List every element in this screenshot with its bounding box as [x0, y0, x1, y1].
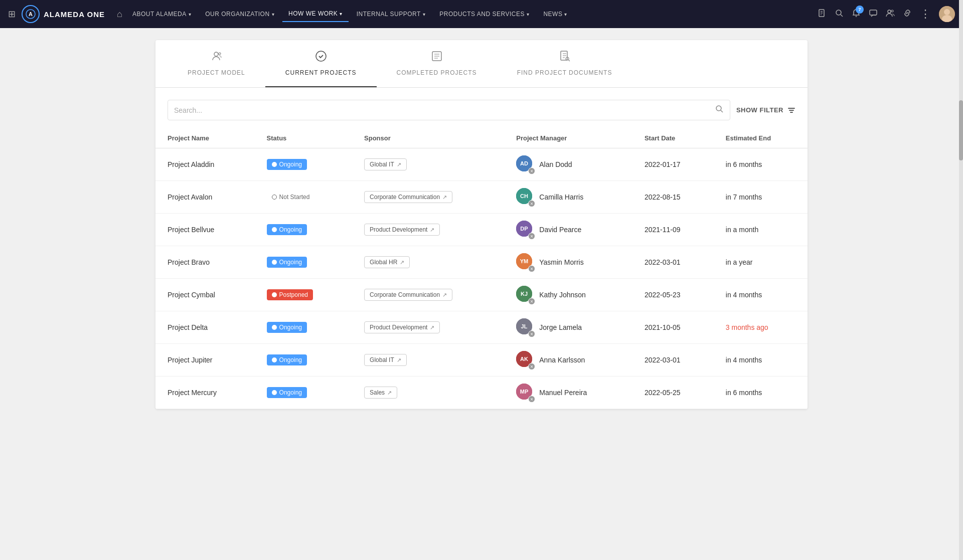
- status-cell: Postponed: [255, 279, 352, 311]
- table-row[interactable]: Project MercuryOngoingSales ↗MP×Manuel P…: [155, 377, 808, 409]
- status-dot-icon: [272, 260, 277, 265]
- sponsor-cell: Corporate Communication ↗: [352, 279, 504, 311]
- sponsor-chip[interactable]: Corporate Communication ↗: [364, 191, 452, 203]
- chevron-down-icon: ▾: [423, 12, 426, 17]
- remove-avatar-button[interactable]: ×: [528, 330, 535, 337]
- notification-icon[interactable]: 7: [852, 9, 861, 20]
- scrollbar-thumb[interactable]: [959, 100, 963, 160]
- remove-avatar-button[interactable]: ×: [528, 396, 535, 403]
- remove-avatar-button[interactable]: ×: [528, 233, 535, 240]
- svg-text:KJ: KJ: [521, 291, 528, 297]
- remove-avatar-button[interactable]: ×: [528, 200, 535, 207]
- project-name-cell: Project Bravo: [155, 246, 255, 279]
- search-input[interactable]: [174, 106, 715, 114]
- svg-text:A: A: [29, 11, 33, 17]
- tab-current-projects-label: CURRENT PROJECTS: [285, 69, 357, 76]
- remove-avatar-button[interactable]: ×: [528, 167, 535, 174]
- table-row[interactable]: Project JupiterOngoingGlobal IT ↗AK×Anna…: [155, 344, 808, 377]
- table-row[interactable]: Project CymbalPostponedCorporate Communi…: [155, 279, 808, 311]
- remove-avatar-button[interactable]: ×: [528, 265, 535, 272]
- manager-cell: JL×Jorge Lamela: [504, 311, 632, 344]
- svg-line-7: [841, 15, 843, 17]
- svg-text:AD: AD: [520, 160, 528, 166]
- link-icon[interactable]: [903, 9, 912, 20]
- table-row[interactable]: Project DeltaOngoingProduct Development …: [155, 311, 808, 344]
- tab-completed-projects[interactable]: COMPLETED PROJECTS: [377, 40, 497, 87]
- manager-cell: KJ×Kathy Johnson: [504, 279, 632, 311]
- tab-find-documents-label: FIND PROJECT DOCUMENTS: [517, 69, 612, 76]
- search-button[interactable]: [715, 104, 724, 116]
- scrollbar-track[interactable]: [959, 0, 963, 421]
- start-date-cell: 2022-05-25: [632, 377, 714, 409]
- status-dot-icon: [272, 357, 277, 362]
- manager-name: Jorge Lamela: [539, 323, 582, 331]
- nav-how-we-work[interactable]: HOW WE WORK ▾: [282, 6, 349, 22]
- external-link-icon: ↗: [400, 259, 404, 266]
- home-icon[interactable]: ⌂: [117, 9, 122, 20]
- estimated-end-cell: in 4 months: [714, 279, 808, 311]
- manager-cell: MP×Manuel Pereira: [504, 377, 632, 409]
- tab-find-project-documents[interactable]: FIND PROJECT DOCUMENTS: [497, 40, 632, 87]
- estimated-end-cell: in 6 months: [714, 148, 808, 181]
- table-row[interactable]: Project AladdinOngoingGlobal IT ↗AD×Alan…: [155, 148, 808, 181]
- svg-text:MP: MP: [520, 389, 529, 395]
- apps-grid-icon[interactable]: ⊞: [8, 9, 16, 20]
- nav-news[interactable]: NEWS ▾: [537, 7, 573, 22]
- remove-avatar-button[interactable]: ×: [528, 298, 535, 305]
- chevron-down-icon: ▾: [527, 12, 530, 17]
- document-icon[interactable]: [818, 9, 827, 20]
- status-badge: Not Started: [267, 192, 315, 203]
- status-cell: Not Started: [255, 181, 352, 214]
- svg-text:AK: AK: [520, 356, 528, 362]
- external-link-icon: ↗: [397, 357, 401, 363]
- nav-internal-support[interactable]: INTERNAL SUPPORT ▾: [351, 7, 432, 22]
- more-options-icon[interactable]: ⋮: [920, 8, 931, 21]
- manager-name: Manuel Pereira: [539, 389, 587, 397]
- sponsor-chip[interactable]: Sales ↗: [364, 387, 397, 399]
- nav-our-organization[interactable]: OUR ORGANIZATION ▾: [199, 7, 280, 22]
- user-avatar[interactable]: [939, 6, 955, 22]
- status-badge: Ongoing: [267, 257, 307, 268]
- project-name-cell: Project Cymbal: [155, 279, 255, 311]
- external-link-icon: ↗: [442, 194, 447, 201]
- sponsor-cell: Product Development ↗: [352, 214, 504, 246]
- chat-icon[interactable]: [869, 9, 878, 20]
- show-filter-button[interactable]: SHOW FILTER: [736, 106, 795, 114]
- sponsor-chip[interactable]: Global IT ↗: [364, 158, 407, 170]
- col-manager: Project Manager: [504, 128, 632, 148]
- external-link-icon: ↗: [387, 390, 392, 396]
- table-row[interactable]: Project BellvueOngoingProduct Developmen…: [155, 214, 808, 246]
- tab-project-model-label: PROJECT MODEL: [188, 69, 245, 76]
- status-dot-icon: [272, 195, 277, 200]
- status-dot-icon: [272, 292, 277, 297]
- manager-cell: CH×Camilla Harris: [504, 181, 632, 214]
- sponsor-chip[interactable]: Product Development ↗: [364, 321, 440, 333]
- sponsor-chip[interactable]: Global IT ↗: [364, 354, 407, 366]
- status-badge: Ongoing: [267, 322, 307, 333]
- nav-about-alameda[interactable]: ABOUT ALAMEDA ▾: [126, 7, 197, 22]
- status-cell: Ongoing: [255, 377, 352, 409]
- status-cell: Ongoing: [255, 214, 352, 246]
- status-cell: Ongoing: [255, 311, 352, 344]
- svg-line-23: [721, 110, 723, 112]
- table-row[interactable]: Project AvalonNot StartedCorporate Commu…: [155, 181, 808, 214]
- manager-name: Alan Dodd: [539, 160, 572, 168]
- table-row[interactable]: Project BravoOngoingGlobal HR ↗YM×Yasmin…: [155, 246, 808, 279]
- status-badge: Ongoing: [267, 387, 307, 398]
- tab-completed-projects-label: COMPLETED PROJECTS: [397, 69, 477, 76]
- start-date-cell: 2022-08-15: [632, 181, 714, 214]
- sponsor-chip[interactable]: Product Development ↗: [364, 224, 440, 236]
- remove-avatar-button[interactable]: ×: [528, 363, 535, 370]
- tab-current-projects[interactable]: CURRENT PROJECTS: [265, 40, 377, 87]
- project-name-cell: Project Delta: [155, 311, 255, 344]
- chevron-down-icon: ▾: [564, 12, 567, 17]
- svg-point-13: [944, 9, 950, 15]
- sponsor-chip[interactable]: Corporate Communication ↗: [364, 289, 452, 301]
- nav-products-services[interactable]: PRODUCTS AND SERVICES ▾: [433, 7, 535, 22]
- sponsor-chip[interactable]: Global HR ↗: [364, 256, 410, 268]
- sponsor-cell: Global IT ↗: [352, 344, 504, 377]
- tab-project-model[interactable]: PROJECT MODEL: [168, 40, 265, 87]
- users-icon[interactable]: [886, 9, 895, 20]
- start-date-cell: 2022-05-23: [632, 279, 714, 311]
- search-icon[interactable]: [835, 9, 844, 20]
